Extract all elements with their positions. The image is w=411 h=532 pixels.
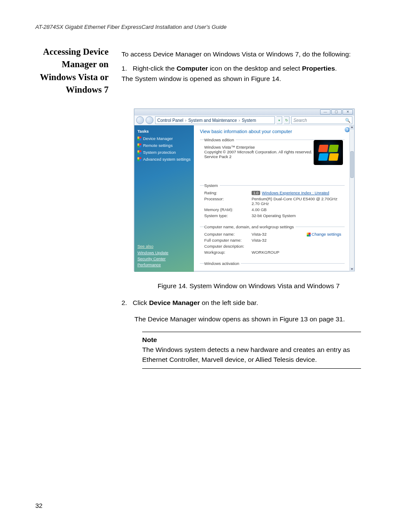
running-header: AT-2874SX Gigabit Ethernet Fiber Express… [35,24,227,30]
window-titlebar: — ▢ ✕ [134,109,354,115]
wei-link[interactable]: Windows Experience Index : Unrated [262,190,329,195]
group-legend: Windows activation [204,261,241,266]
label-computer-description: Computer description: [204,244,252,249]
scroll-down-icon[interactable]: ▼ [350,268,354,272]
vertical-scrollbar[interactable]: ▲ ▼ [349,125,354,272]
below-figure: Figure 14. System Window on Windows Vist… [121,276,363,369]
label-processor: Processor: [204,196,252,206]
tasks-heading: Tasks [137,129,191,134]
step-1: 1.Right-click the Computer icon on the d… [121,63,363,84]
see-also: See also Windows Update Security Center … [137,244,168,268]
breadcrumb-item[interactable]: System [242,118,256,123]
step-text: Click Device Manager on the left side ba… [133,299,258,306]
tasks-panel: Tasks Device Manager Remote settings Sys… [134,125,194,272]
value-memory: 4.00 GB [252,207,345,212]
value-system-type: 32-bit Operating System [252,213,345,218]
label-computer-name: Computer name: [204,232,252,236]
label-rating: Rating: [204,190,252,195]
wei-badge: 1.0 [252,191,260,195]
breadcrumb-separator-icon: › [185,118,187,123]
group-legend: Computer name, domain, and workgroup set… [204,224,296,229]
page-number: 32 [35,502,43,509]
content-panel: ? ▲ ▼ View basic information about your … [194,125,354,272]
step-number: 2. [121,298,133,308]
computer-name-group: Computer name, domain, and workgroup set… [200,224,345,258]
minimize-button[interactable]: — [320,109,330,115]
search-icon: 🔍 [345,118,350,123]
label-system-type: System type: [204,213,252,218]
group-legend: Windows edition [204,137,236,142]
value-full-computer-name: Vista-32 [252,238,345,243]
scroll-thumb[interactable] [350,151,354,178]
task-remote-settings[interactable]: Remote settings [137,143,191,148]
search-input[interactable]: Search 🔍 [291,116,352,124]
system-window: — ▢ ✕ Control Panel › System and Mainten… [134,109,355,271]
shield-icon [137,150,141,154]
step-text: Right-click the Computer icon on the des… [133,65,337,72]
label-full-computer-name: Full computer name: [204,238,252,243]
search-placeholder: Search [293,118,307,123]
see-also-performance[interactable]: Performance [137,262,168,267]
refresh-button[interactable]: ↻ [284,116,290,124]
step-result: The System window is opened as shown in … [121,74,363,84]
breadcrumb-dropdown[interactable]: ▾ [277,116,282,124]
value-workgroup: WORKGROUP [252,250,345,255]
breadcrumb[interactable]: Control Panel › System and Maintenance ›… [155,116,275,124]
intro-paragraph: To access Device Manager on Windows Vist… [121,49,363,59]
change-settings-link[interactable]: Change settings [307,232,341,236]
task-system-protection[interactable]: System protection [137,150,191,155]
windows-edition-group: Windows edition Windows Vista™ Enterpris… [200,137,345,180]
label-workgroup: Workgroup: [204,250,252,255]
see-also-heading: See also [137,244,168,249]
shield-icon [137,143,141,147]
note-label: Note [142,335,361,345]
windows-logo-icon [314,140,343,165]
close-button[interactable]: ✕ [342,109,353,115]
content-heading: View basic information about your comput… [200,129,350,134]
value-computer-name: Vista-32 [252,232,307,236]
shield-icon [137,137,141,140]
value-computer-description [252,244,345,249]
main-content: To access Device Manager on Windows Vist… [121,49,363,88]
label-memory: Memory (RAM): [204,207,252,212]
note-box: Note The Windows system detects a new ha… [142,332,361,369]
group-legend: System [204,183,220,188]
step-2: 2.Click Device Manager on the left side … [121,298,363,324]
see-also-windows-update[interactable]: Windows Update [137,250,168,255]
forward-button[interactable] [146,116,153,124]
value-processor: Pentium(R) Dual-Core CPU E5400 @ 2.70GHz… [252,196,345,206]
back-button[interactable] [136,116,144,124]
task-advanced-settings[interactable]: Advanced system settings [137,157,191,162]
address-bar: Control Panel › System and Maintenance ›… [134,115,354,125]
step-result: The Device Manager window opens as shown… [134,314,363,324]
section-title: Accessing Device Manager on Windows Vist… [35,46,109,96]
breadcrumb-item[interactable]: Control Panel [157,118,184,123]
breadcrumb-separator-icon: › [239,118,240,123]
system-group: System Rating:1.0Windows Experience Inde… [200,183,345,221]
note-body: The Windows system detects a new hardwar… [142,345,361,365]
task-device-manager[interactable]: Device Manager [137,136,191,141]
windows-activation-group: Windows activation [200,261,345,270]
breadcrumb-item[interactable]: System and Maintenance [188,118,237,123]
shield-icon [307,233,311,236]
maximize-button[interactable]: ▢ [331,109,342,115]
step-number: 1. [121,63,133,73]
page: AT-2874SX Gigabit Ethernet Fiber Express… [0,0,411,532]
see-also-security-center[interactable]: Security Center [137,256,168,261]
shield-icon [137,157,141,161]
figure-caption: Figure 14. System Window on Windows Vist… [134,281,363,291]
scroll-up-icon[interactable]: ▲ [350,125,354,130]
